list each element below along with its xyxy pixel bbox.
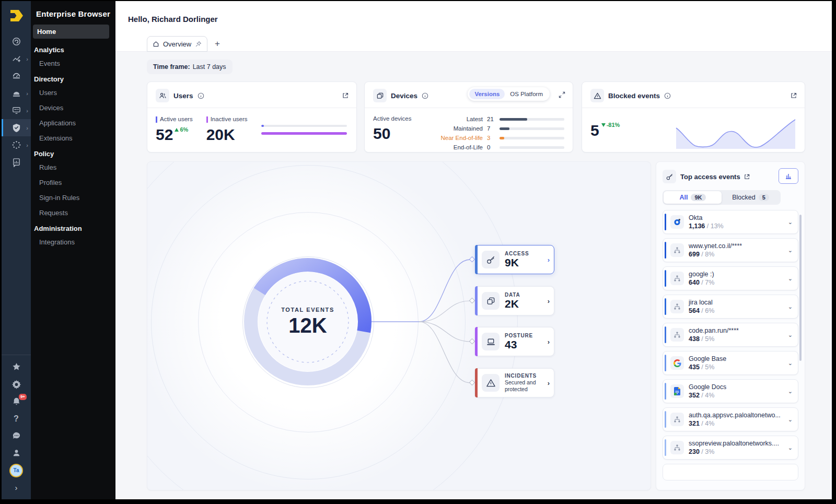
chevron-down-icon[interactable]: ⌄ [788, 444, 793, 451]
node-card-posture[interactable]: POSTURE 43 › [475, 327, 554, 356]
tab-blocked[interactable]: Blocked 5 [722, 191, 780, 204]
sidebar-item-applications[interactable]: Applications [31, 115, 115, 131]
info-icon[interactable] [198, 92, 204, 99]
access-event-item[interactable]: Okta1,136 / 13%⌄ [663, 210, 798, 234]
toggle-versions[interactable]: Versions [469, 89, 505, 99]
access-event-item[interactable]: Google Base435 / 5%⌄ [663, 351, 798, 375]
rail-collapse-chevron-icon[interactable]: › [2, 479, 31, 496]
chevron-down-icon[interactable]: ⌄ [788, 303, 793, 310]
users-icon [156, 89, 169, 102]
access-event-item-partial[interactable] [663, 464, 798, 480]
sidebar-item-directory: Directory [31, 71, 115, 85]
rail-help-icon[interactable]: ? [2, 410, 31, 427]
access-event-name: www.ynet.co.il/**** [689, 242, 742, 250]
external-link-icon[interactable] [790, 92, 797, 99]
rail-gauge-icon[interactable] [2, 67, 31, 85]
chevron-down-icon[interactable]: ⌄ [788, 219, 793, 226]
bar-chart-icon [785, 172, 792, 180]
notification-badge: 9+ [19, 394, 27, 400]
chart-view-button[interactable] [779, 168, 798, 184]
chevron-down-icon[interactable]: ⌄ [788, 416, 793, 423]
node-card-incidents[interactable]: INCIDENTS Secured and protected › [475, 368, 554, 397]
access-event-item[interactable]: ssopreview.paloaltonetworks....230 / 3%⌄ [663, 436, 798, 460]
rail-gear-icon[interactable] [2, 376, 31, 393]
sidebar-item-devices[interactable]: Devices [31, 100, 115, 115]
time-frame-filter[interactable]: Time frame: Last 7 days [147, 60, 233, 74]
rail-shield-check-icon[interactable]: › [2, 119, 31, 136]
tab-all[interactable]: All 9K [664, 191, 722, 204]
access-event-item[interactable]: jira local564 / 6%⌄ [663, 295, 798, 319]
chevron-down-icon[interactable]: ⌄ [788, 360, 793, 367]
sidebar-item-rules[interactable]: Rules [31, 160, 115, 175]
info-icon[interactable] [664, 92, 671, 99]
expand-icon[interactable] [559, 91, 565, 98]
sidebar-item-users[interactable]: Users [31, 85, 115, 100]
sidebar-item-home[interactable]: Home [33, 25, 109, 39]
rail-report-icon[interactable] [2, 154, 31, 171]
device-status-row: Near End-of-life3 [421, 134, 564, 142]
pin-icon[interactable] [195, 41, 202, 48]
home-icon [153, 41, 159, 48]
rail-chat-icon[interactable] [2, 427, 31, 444]
toggle-os-platform[interactable]: OS Platform [505, 89, 548, 99]
device-status-bar [500, 118, 564, 121]
tab-blocked-badge: 5 [759, 194, 769, 201]
total-events-label: TOTAL EVENTS [281, 307, 334, 313]
volume-accent-bar [665, 355, 666, 371]
access-event-count: 1,136 / 13% [689, 222, 724, 230]
node-connectors [367, 235, 479, 408]
chevron-down-icon[interactable]: ⌄ [788, 247, 793, 254]
gdocs-icon [670, 384, 684, 398]
top-access-events-panel: Top access events All 9K Blocked 5 Okta1… [656, 161, 805, 490]
add-tab-button[interactable]: + [215, 39, 220, 49]
rail-star-icon[interactable] [2, 358, 31, 376]
volume-accent-bar [665, 298, 666, 315]
rail-alarm-icon[interactable]: › [2, 85, 31, 102]
sidebar-item-extensions[interactable]: Extensions [31, 131, 115, 146]
access-event-item[interactable]: www.ynet.co.il/****699 / 8%⌄ [663, 238, 798, 262]
chevron-down-icon[interactable]: ⌄ [788, 332, 793, 338]
devices-card-title: Devices [391, 92, 417, 100]
rail-person-icon[interactable] [2, 444, 31, 462]
key-icon [482, 251, 500, 268]
sidebar-item-events[interactable]: Events [31, 56, 115, 71]
laptop-icon [482, 333, 500, 350]
external-link-icon[interactable] [744, 173, 750, 180]
user-avatar[interactable]: Ta [2, 462, 31, 479]
sidebar-item-sign-in-rules[interactable]: Sign-in Rules [31, 190, 115, 205]
access-event-item[interactable]: Google Docs352 / 4%⌄ [663, 379, 798, 403]
rail-spiral-target-icon[interactable] [2, 33, 31, 50]
device-status-label: Latest [421, 116, 483, 122]
panel-scrollbar[interactable] [799, 215, 802, 361]
access-event-count: 230 / 3% [689, 448, 779, 456]
access-event-count: 438 / 5% [689, 335, 739, 343]
sidebar-item-integrations[interactable]: Integrations [31, 235, 115, 250]
access-event-item[interactable]: code.pan.run/****438 / 5%⌄ [663, 323, 798, 347]
sidebar-nav: Enterprise Browser HomeAnalyticsEventsDi… [31, 1, 115, 499]
rail-bell-icon[interactable]: 9+ [2, 393, 31, 410]
rail-dotted-circle-icon[interactable]: › [2, 136, 31, 154]
device-status-row: End-of-Life0 [421, 144, 564, 151]
devices-icon [373, 89, 387, 102]
access-event-item[interactable]: auth.qa.appsvc.paloaltonetwo...321 / 4%⌄ [663, 407, 798, 431]
info-icon[interactable] [422, 92, 428, 99]
access-event-item[interactable]: google :)640 / 7%⌄ [663, 266, 798, 290]
brand-logo-icon[interactable] [7, 8, 25, 24]
tab-overview[interactable]: Overview [147, 36, 207, 52]
external-link-icon[interactable] [342, 92, 349, 99]
sidebar-item-requests[interactable]: Requests [31, 205, 115, 220]
device-status-bar [500, 127, 564, 130]
sidebar-item-profiles[interactable]: Profiles [31, 175, 115, 190]
rail-analytics-icon[interactable]: › [2, 50, 31, 67]
chevron-down-icon[interactable]: ⌄ [788, 388, 793, 395]
node-card-access[interactable]: ACCESS 9K › [475, 245, 554, 274]
total-events-value: 12K [288, 314, 327, 337]
device-status-bar [500, 146, 564, 149]
panel-title: Top access events [680, 173, 740, 181]
node-card-data[interactable]: DATA 2K › [475, 286, 554, 315]
node-data-value: 2K [505, 298, 520, 310]
chevron-down-icon[interactable]: ⌄ [788, 275, 793, 282]
rail-managed-devices-icon[interactable]: › [2, 102, 31, 119]
node-data-label: DATA [505, 292, 520, 298]
devices-card: Devices Versions OS Platform Active devi… [364, 81, 573, 153]
